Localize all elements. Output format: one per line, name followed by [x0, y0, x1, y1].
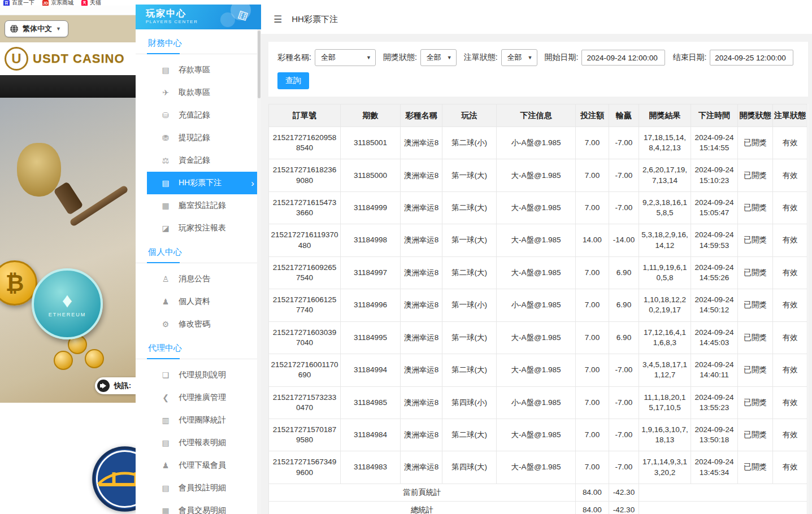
- table-cell: 第二球(大): [442, 256, 497, 289]
- table-cell: -14.00: [609, 224, 639, 256]
- table-cell: 大-A盤@1.985: [497, 451, 576, 483]
- table-cell: 7.00: [576, 386, 609, 419]
- table-cell: 2024-09-24 13:45:34: [691, 451, 738, 483]
- chevron-down-icon: ▼: [56, 26, 61, 32]
- table-cell: 17,1,14,9,3,13,20,2: [639, 451, 691, 483]
- sidebar-item-room-bet-records[interactable]: ▦廳室投註記錄: [136, 194, 261, 217]
- money-bag: [17, 143, 61, 197]
- recharge-record-icon: ⛁: [161, 111, 170, 120]
- bookmark-item[interactable]: 百百度一下: [3, 0, 34, 6]
- table-cell: 已開獎: [738, 321, 773, 354]
- summary-row: 當前頁統計84.00-42.30: [269, 483, 807, 501]
- table-cell: 第一球(大): [442, 321, 497, 354]
- sidebar-item-label: 代理報表明細: [179, 438, 226, 448]
- sidebar-menu: 財務中心▤存款專區✈取款專區⛁充值記錄⛃提現記錄⚖資金記錄▤HH彩票下注›▦廳室…: [136, 29, 261, 514]
- draw-status-select[interactable]: 全部 ▼: [420, 49, 457, 66]
- sidebar-item-member-bet-detail[interactable]: ▤會員投註明細: [136, 477, 261, 499]
- top-white-gap: [0, 6, 136, 15]
- table-cell: 31184983: [341, 451, 401, 483]
- bookmark-item[interactable]: JD京东商城: [42, 0, 73, 6]
- bridge-team-logo: [92, 446, 136, 512]
- chevron-down-icon: ▼: [528, 55, 533, 60]
- sidebar-item-withdraw-zone[interactable]: ✈取款專區: [136, 81, 261, 104]
- scrollbar-thumb[interactable]: [258, 31, 260, 98]
- sidebar-item-funds-records[interactable]: ⚖資金記錄: [136, 149, 261, 172]
- table-cell: 已開獎: [738, 386, 773, 419]
- sidebar-item-recharge-records[interactable]: ⛁充值記錄: [136, 104, 261, 127]
- table-cell: 有效: [773, 127, 807, 159]
- sidebar-item-label: 代理下級會員: [179, 460, 226, 471]
- sidebar-item-change-password[interactable]: ⚙修改密碼: [136, 313, 261, 336]
- sidebar-item-announcements[interactable]: ♙消息公告: [136, 268, 261, 290]
- sidebar-item-agent-sub-members[interactable]: ♟代理下級會員: [136, 454, 261, 477]
- sidebar-section-title: 代理中心: [136, 336, 261, 359]
- table-cell: -7.00: [609, 127, 639, 159]
- table-cell: 有效: [773, 159, 807, 191]
- gavel-icon: [53, 181, 83, 215]
- language-selector[interactable]: 繁体中文 ▼: [5, 20, 68, 37]
- column-header: 期數: [341, 104, 401, 127]
- start-date-input[interactable]: [581, 50, 665, 66]
- table-cell: 澳洲幸运8: [401, 224, 442, 256]
- table-cell: 11,1,18,20,15,17,10,5: [639, 386, 691, 419]
- language-label: 繁体中文: [23, 24, 52, 34]
- table-cell: 2152172715732330470: [269, 386, 341, 419]
- table-cell: 31184997: [341, 256, 401, 289]
- room-bet-record-icon: ▦: [161, 201, 170, 210]
- sidebar-item-hh-lottery-bets[interactable]: ▤HH彩票下注›: [147, 172, 261, 194]
- chevron-right-icon: ›: [251, 178, 254, 188]
- sidebar-item-member-trade-detail[interactable]: ▦會員交易明細: [136, 499, 261, 514]
- sidebar-item-profile[interactable]: ♟個人資料: [136, 290, 261, 313]
- main-top-gap: [261, 0, 812, 5]
- table-cell: 1,9,16,3,10,7,18,13: [639, 419, 691, 451]
- sidebar-item-deposit-zone[interactable]: ▤存款專區: [136, 59, 261, 81]
- table-cell: 6.90: [609, 321, 639, 354]
- sidebar-item-agent-report-detail[interactable]: ▤代理報表明細: [136, 432, 261, 454]
- table-cell: -7.00: [609, 191, 639, 224]
- sidebar-scrollbar[interactable]: [257, 29, 261, 514]
- table-cell: 第一球(大): [442, 224, 497, 256]
- sidebar-item-agent-rules[interactable]: ❏代理規則說明: [136, 364, 261, 386]
- lottery-name-select[interactable]: 全部 ▼: [315, 49, 376, 66]
- sidebar-item-label: 會員交易明細: [179, 506, 226, 514]
- sidebar-item-label: 消息公告: [179, 274, 210, 284]
- column-header: 下注時間: [691, 104, 738, 127]
- table-cell: 已開獎: [738, 256, 773, 289]
- sidebar-item-agent-promotion[interactable]: ❮代理推廣管理: [136, 386, 261, 409]
- table-cell: 已開獎: [738, 419, 773, 451]
- table-row: 215217271603039704031184995澳洲幸运8第一球(大)大-…: [269, 321, 807, 354]
- table-cell: 7.00: [576, 127, 609, 159]
- sidebar-item-agent-team-stats[interactable]: ▥代理團隊統計: [136, 409, 261, 432]
- bookmark-item[interactable]: 天天猫: [81, 0, 101, 6]
- withdrawal-record-icon: ⛃: [161, 133, 170, 142]
- casino-logo: U USDT CASINO: [0, 42, 136, 75]
- table-cell: 7.00: [576, 256, 609, 289]
- summary-empty: [639, 502, 807, 514]
- bookmark-favicon: JD: [42, 0, 49, 6]
- table-cell: 31184998: [341, 224, 401, 256]
- column-header: 玩法: [442, 104, 497, 127]
- table-cell: 大-A盤@1.985: [497, 256, 576, 289]
- sidebar-item-label: 存款專區: [179, 65, 210, 75]
- announcement-icon: ♙: [161, 275, 170, 284]
- bet-records-table: 訂單號期數彩種名稱玩法下注信息投注額輸贏開獎結果下注時間開獎狀態注單狀態 215…: [268, 104, 808, 514]
- table-cell: 有效: [773, 321, 807, 354]
- sidebar-item-withdrawal-records[interactable]: ⛃提現記錄: [136, 127, 261, 149]
- table-cell: 2152172716001170690: [269, 354, 341, 386]
- table-row: 215217271611937048031184998澳洲幸运8第一球(大)大-…: [269, 224, 807, 256]
- column-header: 開獎狀態: [738, 104, 773, 127]
- table-cell: 31184995: [341, 321, 401, 354]
- column-header: 注單狀態: [773, 104, 807, 127]
- end-date-input[interactable]: [710, 50, 793, 66]
- order-status-select[interactable]: 全部 ▼: [501, 49, 537, 66]
- sidebar-item-player-bet-report[interactable]: ◪玩家投注報表: [136, 217, 261, 239]
- search-button[interactable]: 查詢: [277, 72, 309, 89]
- summary-label: 當前頁統計: [269, 483, 576, 501]
- bookmark-label: 天猫: [90, 0, 101, 6]
- table-cell: 31184994: [341, 354, 401, 386]
- table-cell: 31185000: [341, 159, 401, 191]
- table-cell: 大-A盤@1.985: [497, 224, 576, 256]
- table-cell: 2024-09-24 15:05:47: [691, 191, 738, 224]
- table-cell: 31185001: [341, 127, 401, 159]
- hamburger-icon[interactable]: ☰: [273, 14, 282, 25]
